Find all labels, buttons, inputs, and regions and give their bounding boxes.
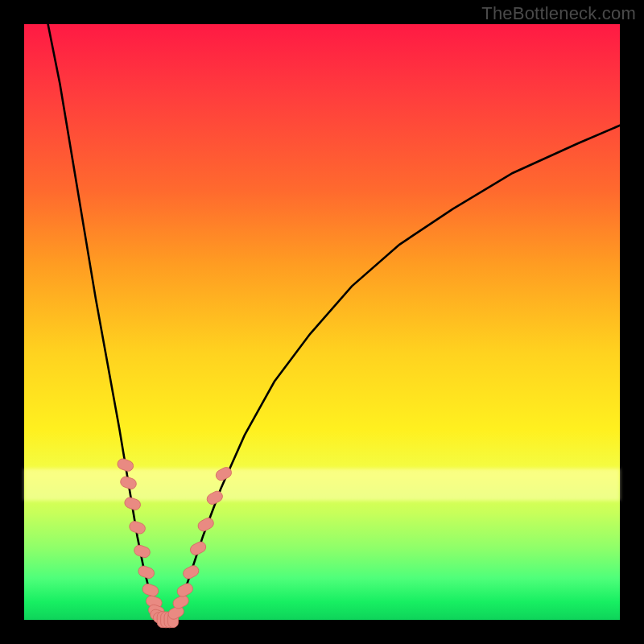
data-marker: [123, 496, 142, 511]
data-marker: [116, 457, 134, 473]
data-marker: [175, 582, 195, 599]
data-marker: [188, 540, 208, 557]
data-marker: [205, 489, 225, 506]
plot-area: [24, 24, 620, 620]
data-marker: [141, 582, 159, 597]
data-marker: [181, 564, 200, 580]
data-markers: [116, 457, 233, 628]
data-marker: [196, 516, 216, 533]
watermark-text: TheBottleneck.com: [481, 3, 636, 24]
data-marker: [133, 543, 151, 559]
data-marker: [137, 564, 155, 580]
chart-svg: [24, 24, 620, 620]
curve-right-branch: [173, 126, 620, 620]
data-marker: [128, 520, 147, 535]
data-marker: [119, 475, 138, 490]
chart-frame: TheBottleneck.com: [0, 0, 644, 644]
